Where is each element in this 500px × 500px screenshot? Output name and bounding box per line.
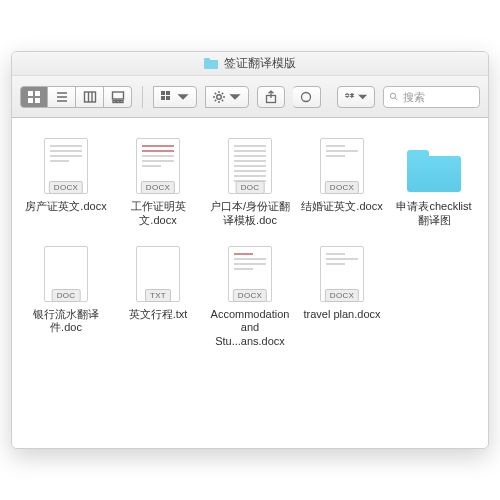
view-columns-button[interactable]: [76, 86, 104, 108]
arrange-icon: [160, 90, 174, 104]
file-item[interactable]: DOCXtravel plan.docx: [298, 240, 386, 349]
arrange-button[interactable]: [153, 86, 197, 108]
folder-icon: [405, 132, 463, 194]
search-input[interactable]: [403, 91, 474, 103]
arrange-group: [153, 86, 197, 108]
search-icon: [389, 91, 398, 102]
file-icon: DOC: [37, 240, 95, 302]
svg-point-18: [217, 94, 222, 99]
file-item[interactable]: DOCX结婚证英文.docx: [298, 132, 386, 228]
file-badge: DOC: [236, 181, 265, 194]
file-name: 英文行程.txt: [129, 308, 188, 322]
file-icon: DOCX: [129, 132, 187, 194]
folder-icon: [204, 58, 218, 69]
grid-icon: [27, 90, 41, 104]
svg-rect-13: [120, 100, 123, 102]
file-badge: TXT: [145, 289, 171, 302]
file-icon: DOCX: [221, 240, 279, 302]
svg-point-20: [302, 92, 311, 101]
svg-rect-16: [161, 96, 165, 100]
file-item[interactable]: DOCX工作证明英文.docx: [114, 132, 202, 228]
file-badge: DOCX: [49, 181, 83, 194]
svg-rect-3: [35, 98, 40, 103]
svg-rect-0: [28, 91, 33, 96]
svg-rect-7: [84, 92, 95, 102]
file-badge: DOCX: [325, 289, 359, 302]
file-name: travel plan.docx: [303, 308, 380, 322]
svg-rect-2: [28, 98, 33, 103]
file-name: 房产证英文.docx: [25, 200, 106, 214]
file-icon: DOC: [221, 132, 279, 194]
file-icon: DOCX: [313, 132, 371, 194]
svg-rect-17: [166, 96, 170, 100]
file-badge: DOC: [52, 289, 81, 302]
file-name: Accommodation and Stu...ans.docx: [208, 308, 292, 349]
svg-rect-15: [166, 91, 170, 95]
search-field[interactable]: [383, 86, 480, 108]
action-button[interactable]: [205, 86, 249, 108]
file-item[interactable]: DOC银行流水翻译件.doc: [22, 240, 110, 349]
file-badge: DOCX: [325, 181, 359, 194]
file-item[interactable]: DOC户口本/身份证翻译模板.doc: [206, 132, 294, 228]
finder-window: 签证翻译模版: [11, 51, 489, 449]
view-gallery-button[interactable]: [104, 86, 132, 108]
file-name: 结婚证英文.docx: [301, 200, 382, 214]
file-name: 户口本/身份证翻译模板.doc: [208, 200, 292, 228]
chevron-down-icon: [228, 90, 242, 104]
tag-icon: [299, 90, 313, 104]
dropbox-button[interactable]: [337, 86, 375, 108]
svg-rect-14: [161, 91, 165, 95]
file-name: 申请表checklist翻译图: [392, 200, 476, 228]
svg-rect-11: [113, 100, 116, 102]
file-badge: DOCX: [233, 289, 267, 302]
dropbox-icon: [344, 90, 355, 104]
list-icon: [55, 90, 69, 104]
columns-icon: [83, 90, 97, 104]
chevron-down-icon: [357, 90, 368, 104]
file-name: 银行流水翻译件.doc: [24, 308, 108, 336]
action-group: [205, 86, 249, 108]
file-area: DOCX房产证英文.docxDOCX工作证明英文.docxDOC户口本/身份证翻…: [12, 118, 488, 448]
file-item[interactable]: DOCX房产证英文.docx: [22, 132, 110, 228]
svg-rect-10: [112, 92, 123, 99]
file-icon: DOCX: [37, 132, 95, 194]
toolbar: [12, 76, 488, 118]
file-name: 工作证明英文.docx: [116, 200, 200, 228]
view-icons-button[interactable]: [20, 86, 48, 108]
svg-point-21: [391, 93, 396, 98]
file-item[interactable]: 申请表checklist翻译图: [390, 132, 478, 228]
gear-icon: [212, 90, 226, 104]
titlebar: 签证翻译模版: [12, 52, 488, 76]
svg-rect-12: [116, 100, 119, 102]
share-icon: [264, 90, 278, 104]
svg-line-22: [395, 98, 397, 100]
chevron-down-icon: [176, 90, 190, 104]
gallery-icon: [111, 90, 125, 104]
file-item[interactable]: DOCXAccommodation and Stu...ans.docx: [206, 240, 294, 349]
tags-button[interactable]: [293, 86, 321, 108]
file-icon: TXT: [129, 240, 187, 302]
file-badge: DOCX: [141, 181, 175, 194]
window-title: 签证翻译模版: [224, 55, 296, 72]
svg-rect-1: [35, 91, 40, 96]
share-button[interactable]: [257, 86, 285, 108]
view-mode-group: [20, 86, 132, 108]
view-list-button[interactable]: [48, 86, 76, 108]
separator: [142, 86, 143, 108]
file-icon: DOCX: [313, 240, 371, 302]
file-item[interactable]: TXT英文行程.txt: [114, 240, 202, 349]
